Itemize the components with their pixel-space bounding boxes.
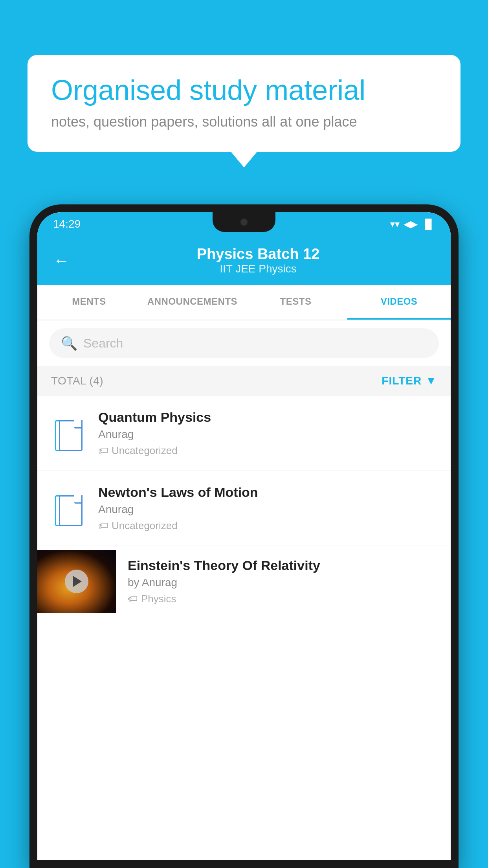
video-thumbnail	[37, 550, 116, 613]
play-icon	[73, 576, 82, 587]
list-item[interactable]: Einstein's Theory Of Relativity by Anura…	[37, 546, 451, 617]
file-icon	[55, 416, 83, 451]
batch-subtitle: IIT JEE Physics	[81, 263, 435, 275]
file-icon-wrap	[51, 412, 86, 455]
video-tag: 🏷 Uncategorized	[98, 520, 437, 532]
tag-label: Uncategorized	[112, 520, 178, 532]
tab-videos[interactable]: VIDEOS	[347, 285, 451, 320]
tag-icon: 🏷	[98, 445, 108, 457]
video-tag: 🏷 Physics	[128, 593, 437, 605]
signal-icon: ◀▶	[404, 219, 418, 230]
wifi-icon: ▾▾	[390, 219, 400, 230]
status-icons: ▾▾ ◀▶ ▐▌	[390, 219, 435, 230]
filter-button[interactable]: FILTER ▼	[382, 375, 437, 387]
video-info: Newton's Laws of Motion Anurag 🏷 Uncateg…	[98, 485, 437, 532]
battery-icon: ▐▌	[422, 219, 435, 230]
tab-tests[interactable]: TESTS	[244, 285, 347, 320]
tag-label: Uncategorized	[112, 445, 178, 457]
list-item[interactable]: Quantum Physics Anurag 🏷 Uncategorized	[37, 396, 451, 471]
video-author: Anurag	[98, 428, 437, 441]
search-placeholder: Search	[83, 336, 123, 351]
tabs-bar: MENTS ANNOUNCEMENTS TESTS VIDEOS	[37, 285, 451, 320]
total-count: TOTAL (4)	[51, 375, 103, 387]
filter-label: FILTER	[382, 375, 422, 387]
search-icon: 🔍	[61, 335, 77, 351]
file-icon-wrap	[51, 487, 86, 530]
tag-label: Physics	[141, 593, 176, 605]
file-icon-front	[59, 495, 83, 526]
video-tag: 🏷 Uncategorized	[98, 445, 437, 457]
video-title: Newton's Laws of Motion	[98, 485, 437, 500]
play-button[interactable]	[65, 570, 88, 593]
filter-row: TOTAL (4) FILTER ▼	[37, 366, 451, 396]
app-header: ← Physics Batch 12 IIT JEE Physics	[37, 236, 451, 285]
camera	[240, 219, 248, 226]
video-title: Einstein's Theory Of Relativity	[128, 558, 437, 573]
video-list: Quantum Physics Anurag 🏷 Uncategorized	[37, 396, 451, 617]
thumbnail-bg	[37, 550, 116, 613]
phone-inner: 14:29 ▾▾ ◀▶ ▐▌ ← Physics Batch 12 IIT JE…	[37, 212, 451, 860]
search-bar[interactable]: 🔍 Search	[49, 328, 439, 358]
speech-bubble-subtext: notes, question papers, solutions all at…	[51, 114, 437, 130]
tag-icon: 🏷	[98, 520, 108, 532]
filter-icon: ▼	[426, 375, 437, 387]
video-author: Anurag	[98, 503, 437, 516]
batch-title: Physics Batch 12	[81, 246, 435, 263]
speech-bubble-container: Organised study material notes, question…	[28, 55, 460, 152]
phone-frame: 14:29 ▾▾ ◀▶ ▐▌ ← Physics Batch 12 IIT JE…	[29, 204, 459, 868]
header-title-block: Physics Batch 12 IIT JEE Physics	[81, 246, 435, 275]
status-bar: 14:29 ▾▾ ◀▶ ▐▌	[37, 212, 451, 236]
video-info: Einstein's Theory Of Relativity by Anura…	[128, 546, 437, 617]
file-icon-front	[59, 420, 83, 451]
back-button[interactable]: ←	[53, 251, 70, 270]
speech-bubble: Organised study material notes, question…	[28, 55, 460, 152]
speech-bubble-headline: Organised study material	[51, 75, 437, 106]
tab-documents[interactable]: MENTS	[37, 285, 141, 320]
file-icon	[55, 491, 83, 526]
search-container: 🔍 Search	[37, 320, 451, 366]
tab-announcements[interactable]: ANNOUNCEMENTS	[141, 285, 244, 320]
video-info: Quantum Physics Anurag 🏷 Uncategorized	[98, 410, 437, 457]
video-title: Quantum Physics	[98, 410, 437, 425]
notch	[213, 212, 275, 232]
video-author: by Anurag	[128, 576, 437, 589]
tag-icon: 🏷	[128, 593, 138, 605]
list-item[interactable]: Newton's Laws of Motion Anurag 🏷 Uncateg…	[37, 471, 451, 546]
status-time: 14:29	[53, 218, 81, 230]
